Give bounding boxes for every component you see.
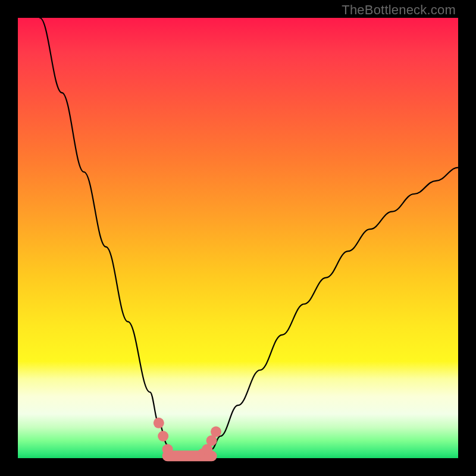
watermark-label: TheBottleneck.com: [342, 2, 456, 18]
bottleneck-curve: [40, 18, 458, 458]
plot-area: [18, 18, 458, 458]
curve-svg: [18, 18, 458, 458]
chart-frame: TheBottleneck.com: [0, 0, 476, 476]
curve-marker: [154, 418, 164, 428]
curve-marker: [211, 427, 221, 437]
curve-marker: [162, 444, 173, 455]
curve-marker: [158, 431, 168, 441]
